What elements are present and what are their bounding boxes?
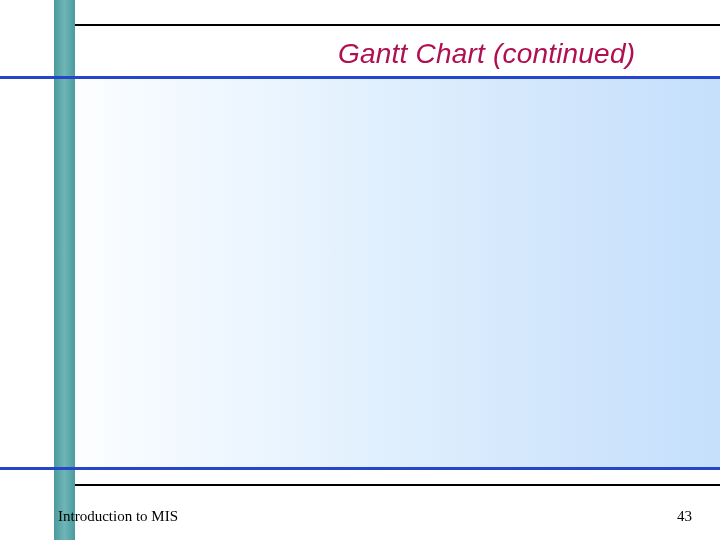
header-black-rule — [75, 24, 720, 26]
decorative-sidebar-stripe — [54, 0, 75, 540]
slide-content-area — [0, 79, 720, 467]
slide-title: Gantt Chart (continued) — [338, 38, 635, 70]
header-blue-rule — [0, 76, 720, 79]
page-number: 43 — [677, 508, 692, 525]
footer-black-rule — [75, 484, 720, 486]
footer-blue-rule — [0, 467, 720, 470]
footer-left-text: Introduction to MIS — [58, 508, 178, 525]
